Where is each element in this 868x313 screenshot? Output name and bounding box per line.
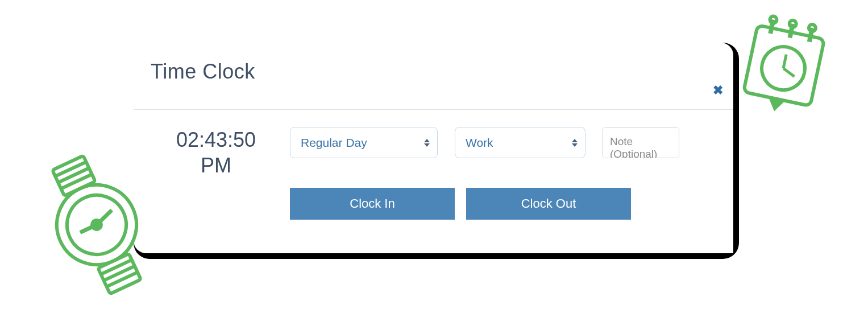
clock-in-button[interactable]: Clock In [290, 188, 455, 220]
activity-select[interactable]: Work [455, 127, 585, 158]
wristwatch-icon [40, 151, 153, 301]
page-title: Time Clock [151, 60, 733, 84]
close-icon[interactable]: ✖ [713, 84, 723, 97]
svg-line-11 [104, 266, 135, 281]
time-value: 02:43:50 [176, 128, 256, 151]
svg-line-1 [55, 162, 86, 176]
svg-line-7 [94, 210, 115, 225]
note-field[interactable] [603, 127, 679, 158]
day-type-select[interactable]: Regular Day [290, 127, 438, 158]
current-time-display: 02:43:50 PM [159, 127, 273, 178]
svg-line-2 [58, 168, 89, 182]
card-body: 02:43:50 PM Regular Day [134, 110, 733, 220]
calendar-clock-icon [732, 14, 834, 130]
clock-out-button[interactable]: Clock Out [466, 188, 631, 220]
card-header: Time Clock ✖ [134, 43, 733, 110]
activity-select-wrap: Work [455, 127, 585, 158]
svg-line-21 [783, 55, 786, 68]
svg-point-19 [808, 24, 816, 32]
time-period: PM [201, 154, 231, 177]
svg-point-20 [758, 43, 809, 94]
day-type-select-wrap: Regular Day [290, 127, 438, 158]
svg-line-22 [782, 68, 796, 76]
time-clock-card: Time Clock ✖ 02:43:50 PM Regular Day [134, 43, 733, 253]
